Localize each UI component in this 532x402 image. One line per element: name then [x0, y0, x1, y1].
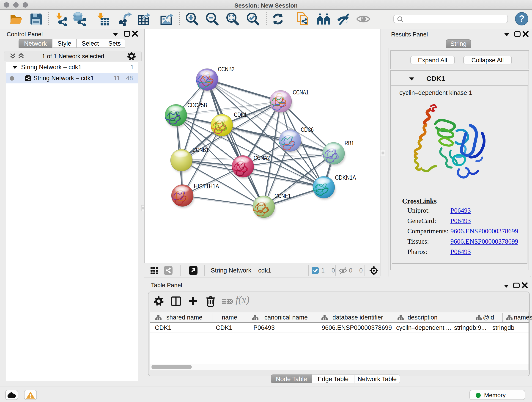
svg-text:CDKN1A: CDKN1A: [335, 174, 356, 181]
svg-text:CCNB2: CCNB2: [218, 65, 234, 73]
svg-text:CDC6: CDC6: [301, 126, 314, 133]
svg-text:HIST1H1A: HIST1H1A: [194, 183, 219, 190]
svg-text:CCNA2: CCNA2: [254, 154, 270, 161]
svg-text:CDK1: CDK1: [234, 111, 247, 118]
svg-text:CCNB1: CCNB1: [192, 146, 209, 153]
svg-text:CDC25B: CDC25B: [187, 102, 207, 109]
svg-text:?: ?: [519, 13, 525, 24]
svg-text:RB1: RB1: [345, 140, 354, 147]
svg-text:CCNE1: CCNE1: [274, 192, 291, 199]
svg-text:CCNA1: CCNA1: [293, 89, 309, 96]
